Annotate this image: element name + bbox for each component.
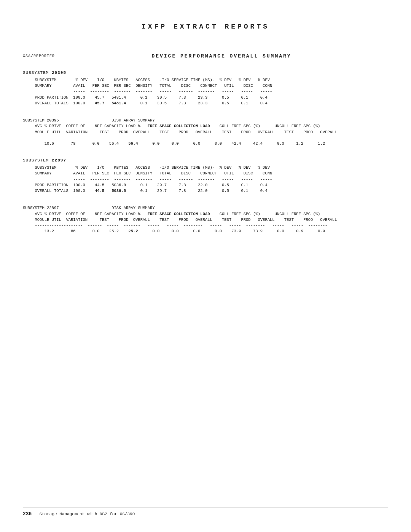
subsystem-22897-table: SUBSYSTEM % DEV I/O KBYTES ACCESS -I/O S…: [23, 165, 388, 194]
footer-page-number: 236: [23, 511, 32, 517]
subsystem-22897-disk-block: SUBSYSTEM 22897 DISK ARRAY SUMMARY AVG %…: [23, 205, 388, 234]
subsystem-20395-table: SUBSYSTEM % DEV I/O KBYTES ACCESS -I/O S…: [23, 77, 388, 106]
subsystem-22897-disk-label: SUBSYSTEM 22897 DISK ARRAY SUMMARY: [23, 205, 388, 211]
footer: 236 Storage Management with DB2 for OS/3…: [23, 508, 388, 517]
subsystem-20395-disk-label: SUBSYSTEM 20395 DISK ARRAY SUMMARY: [23, 118, 388, 123]
subsystem-20395-label: SUBSYSTEM 20395: [23, 70, 388, 75]
subsystem-20395-disk-block: SUBSYSTEM 20395 DISK ARRAY SUMMARY AVG %…: [23, 118, 388, 147]
subsystem-22897-disk-table: AVG % DRIVE COEFF OF NET CAPACITY LOAD %…: [23, 211, 388, 235]
subsystem-20395-block: SUBSYSTEM 20395 SUBSYSTEM % DEV I/O KBYT…: [23, 70, 388, 106]
main-title: IXFP EXTRACT REPORTS: [23, 23, 388, 30]
subsystem-20395-disk-table: AVG % DRIVE COEFF OF NET CAPACITY LOAD %…: [23, 123, 388, 147]
footer-text: Storage Management with DB2 for OS/390: [39, 512, 135, 516]
subsystem-22897-label: SUBSYSTEM 22897: [23, 158, 388, 163]
page: IXFP EXTRACT REPORTS XSA/REPORTER DEVICE…: [0, 0, 411, 532]
section-title: DEVICE PERFORMANCE OVERALL SUMMARY: [55, 53, 388, 59]
subsystem-22897-block: SUBSYSTEM 22897 SUBSYSTEM % DEV I/O KBYT…: [23, 158, 388, 194]
report-header: XSA/REPORTER DEVICE PERFORMANCE OVERALL …: [23, 53, 388, 59]
xsa-label: XSA/REPORTER: [23, 54, 55, 58]
